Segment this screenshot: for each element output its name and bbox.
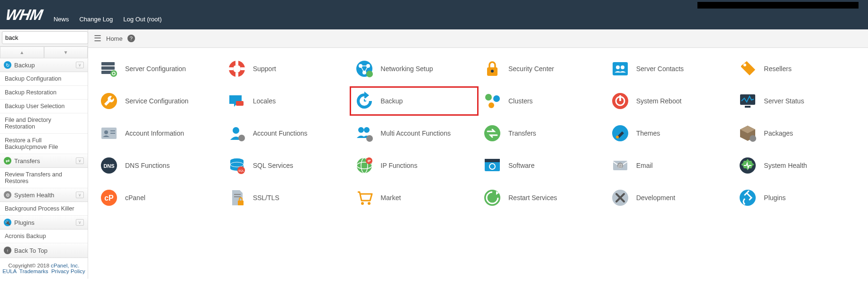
tile-service-configuration[interactable]: Service Configuration — [99, 92, 218, 110]
svg-rect-10 — [241, 67, 245, 70]
tile-security-center[interactable]: Security Center — [483, 59, 601, 78]
tile-server-status[interactable]: Server Status — [738, 92, 857, 110]
tile-support[interactable]: Support — [227, 59, 346, 78]
tile-market[interactable]: Market — [355, 188, 473, 207]
database-icon: SQL — [227, 156, 246, 175]
svg-point-46 — [616, 136, 619, 138]
tile-clusters[interactable]: Clusters — [483, 92, 601, 110]
sidebar-header-system-health[interactable]: ⚙ System Health ∨ — [0, 188, 88, 202]
svg-point-42 — [364, 127, 370, 133]
sidebar-item-file-directory-restoration[interactable]: File and Directory Restoration — [0, 113, 88, 134]
svg-point-72 — [368, 202, 371, 205]
sidebar-item-backup-restoration[interactable]: Backup Restoration — [0, 86, 88, 100]
svg-rect-68 — [234, 194, 241, 195]
tile-themes[interactable]: Themes — [611, 124, 729, 143]
tile-restart-services[interactable]: Restart Services — [483, 188, 601, 207]
svg-rect-8 — [235, 73, 238, 77]
svg-rect-37 — [110, 130, 115, 131]
svg-point-20 — [621, 65, 624, 69]
svg-point-44 — [484, 125, 500, 141]
restart-icon — [483, 188, 502, 207]
sidebar-item-bg-process-killer[interactable]: Background Process Killer — [0, 202, 88, 216]
tile-label: IP Functions — [380, 162, 417, 169]
tile-software[interactable]: Software — [483, 156, 601, 175]
sidebar-item-backup-user-selection[interactable]: Backup User Selection — [0, 100, 88, 113]
privacy-link[interactable]: Privacy Policy — [51, 268, 85, 274]
help-icon[interactable]: ? — [127, 35, 135, 42]
tile-label: Development — [636, 194, 676, 202]
tile-development[interactable]: Development — [611, 188, 729, 207]
tile-email[interactable]: @ Email — [611, 156, 729, 175]
trademarks-link[interactable]: Trademarks — [19, 268, 48, 274]
tile-sql-services[interactable]: SQL SQL Services — [227, 156, 346, 175]
collapse-up-button[interactable]: ▲ — [0, 46, 44, 58]
lifebuoy-icon — [227, 59, 246, 78]
tile-dns-functions[interactable]: DNS DNS Functions — [99, 156, 218, 175]
tile-system-reboot[interactable]: System Reboot — [611, 92, 729, 110]
eula-link[interactable]: EULA — [2, 268, 16, 274]
monitor-icon — [738, 92, 757, 110]
svg-rect-32 — [619, 95, 621, 101]
tile-multi-account-functions[interactable]: Multi Account Functions — [355, 124, 473, 143]
tile-backup[interactable]: Backup — [355, 92, 473, 110]
paint-icon — [611, 124, 630, 143]
search-input[interactable] — [2, 31, 88, 44]
tile-label: Transfers — [508, 129, 536, 137]
svg-rect-0 — [101, 62, 115, 65]
tile-cpanel[interactable]: cP cPanel — [99, 188, 218, 207]
tile-server-contacts[interactable]: Server Contacts — [611, 59, 729, 78]
svg-point-27 — [485, 94, 492, 101]
svg-rect-69 — [234, 196, 241, 197]
breadcrumb-home[interactable]: Home — [106, 35, 123, 42]
chevron-down-icon: ∨ — [76, 157, 84, 164]
top-nav: News Change Log Log Out (root) — [54, 16, 162, 23]
main-content: ☰ Home ? Server Configuration Support Ne… — [88, 29, 868, 279]
tile-plugins[interactable]: Plugins — [738, 188, 857, 207]
tile-networking-setup[interactable]: Networking Setup — [355, 59, 473, 78]
sidebar-toggle-icon[interactable]: ☰ — [94, 33, 101, 44]
sidebar-item-review-transfers[interactable]: Review Transfers and Restores — [0, 168, 88, 188]
nav-logout[interactable]: Log Out (root) — [123, 16, 162, 23]
cpanel-link[interactable]: cPanel, Inc. — [51, 263, 79, 268]
svg-point-21 — [743, 64, 746, 66]
search-wrap: ✕ — [0, 29, 88, 46]
redacted-bar — [697, 2, 859, 9]
tile-label: SQL Services — [253, 162, 293, 169]
tile-packages[interactable]: Packages — [738, 124, 857, 143]
svg-rect-34 — [745, 106, 750, 108]
svg-rect-26 — [364, 101, 366, 101]
tile-ip-functions[interactable]: IP IP Functions — [355, 156, 473, 175]
tile-account-information[interactable]: Account Information — [99, 124, 218, 143]
collapse-down-button[interactable]: ▼ — [44, 46, 88, 58]
sidebar-item-restore-full-backup[interactable]: Restore a Full Backup/cpmove File — [0, 134, 88, 154]
tile-server-configuration[interactable]: Server Configuration — [99, 59, 218, 78]
tile-resellers[interactable]: Resellers — [738, 59, 857, 78]
tile-transfers[interactable]: Transfers — [483, 124, 601, 143]
health-gear-icon — [738, 156, 757, 175]
sidebar-item-acronis-backup[interactable]: Acronis Backup — [0, 230, 88, 243]
svg-text:SQL: SQL — [238, 169, 244, 172]
back-to-top-button[interactable]: ↑ Back To Top — [0, 243, 88, 258]
tile-label: Restart Services — [508, 194, 557, 202]
tile-label: Backup — [380, 97, 403, 105]
sidebar-item-backup-configuration[interactable]: Backup Configuration — [0, 72, 88, 86]
svg-rect-23 — [236, 101, 244, 106]
tile-label: Server Status — [764, 97, 804, 105]
svg-point-28 — [493, 95, 500, 102]
svg-rect-9 — [228, 67, 233, 70]
tile-label: cPanel — [125, 194, 145, 202]
tile-system-health[interactable]: System Health — [738, 156, 857, 175]
dns-icon: DNS — [99, 156, 118, 175]
tile-locales[interactable]: Locales — [227, 92, 346, 110]
sidebar-header-backup[interactable]: ↻ Backup ∨ — [0, 58, 88, 72]
nav-news[interactable]: News — [54, 16, 69, 23]
sidebar-header-plugins[interactable]: 🔌 Plugins ∨ — [0, 216, 88, 230]
tile-ssl-tls[interactable]: SSL/TLS — [227, 188, 346, 207]
sidebar-header-transfers[interactable]: ⇄ Transfers ∨ — [0, 154, 88, 168]
tile-account-functions[interactable]: Account Functions — [227, 124, 346, 143]
svg-point-3 — [110, 70, 117, 77]
id-icon — [99, 124, 118, 143]
tile-label: Market — [380, 194, 401, 202]
nav-change-log[interactable]: Change Log — [79, 16, 113, 23]
tile-label: Server Contacts — [636, 65, 684, 73]
